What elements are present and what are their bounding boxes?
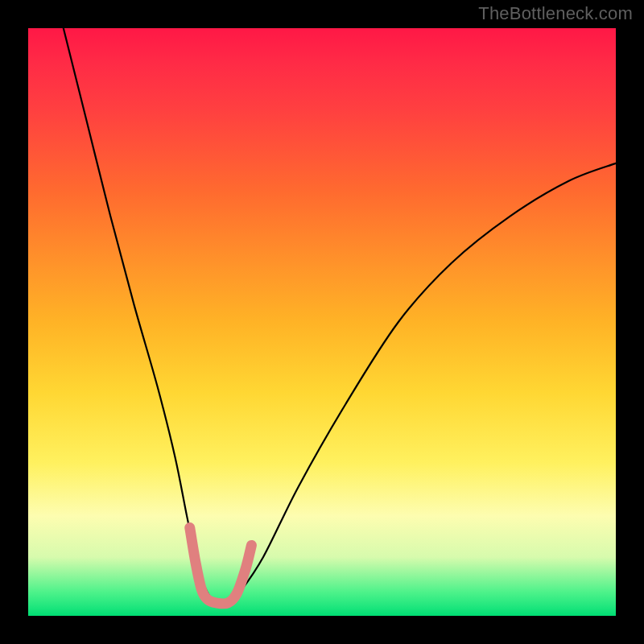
bottleneck-curve xyxy=(64,28,616,606)
watermark-text: TheBottleneck.com xyxy=(478,3,633,24)
plot-area xyxy=(28,28,616,616)
flat-bottom-marker xyxy=(190,528,252,604)
chart-svg xyxy=(28,28,616,616)
chart-frame: TheBottleneck.com xyxy=(0,0,644,644)
